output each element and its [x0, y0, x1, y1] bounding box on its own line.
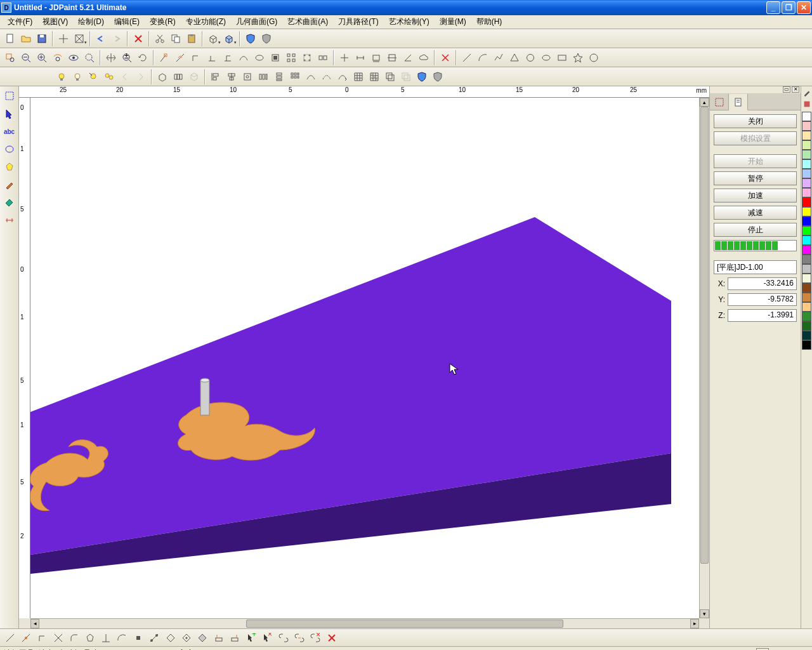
- eye-icon[interactable]: [66, 50, 81, 65]
- delete-red-icon[interactable]: [324, 630, 339, 646]
- color-swatch-13[interactable]: [802, 235, 811, 245]
- select-arrow-icon[interactable]: [1, 105, 18, 122]
- dim-align-icon[interactable]: [384, 50, 400, 65]
- panel-close-button[interactable]: ✕: [792, 86, 799, 93]
- snap-corner-icon[interactable]: [188, 50, 204, 65]
- menu-toolpath[interactable]: 刀具路径(T): [333, 15, 383, 29]
- zoom-realtime-icon[interactable]: [82, 50, 97, 65]
- panel-float-button[interactable]: ▭: [783, 86, 790, 93]
- poly-icon[interactable]: [82, 630, 98, 646]
- shield-blue-icon[interactable]: [243, 31, 258, 46]
- pan-icon[interactable]: [103, 50, 119, 65]
- zoom-dynamic-icon[interactable]: ±: [119, 50, 134, 65]
- grid-diag-icon[interactable]: [367, 69, 382, 84]
- cross-icon[interactable]: [337, 50, 352, 65]
- status-u-button[interactable]: U: [756, 648, 769, 651]
- snap-perp-icon[interactable]: [204, 50, 219, 65]
- view-wireframe-icon[interactable]: [171, 69, 186, 84]
- diamond-1-icon[interactable]: [163, 630, 178, 646]
- link-1-icon[interactable]: [276, 630, 291, 646]
- layers-icon[interactable]: [383, 69, 398, 84]
- snap-grid-icon[interactable]: [284, 50, 299, 65]
- sim-settings-button[interactable]: 模拟设置: [714, 131, 797, 145]
- nav-left-icon[interactable]: [117, 69, 133, 84]
- menu-art-surface[interactable]: 艺术曲面(A): [282, 15, 333, 29]
- select-rect-icon[interactable]: [1, 88, 18, 104]
- color-swatch-20[interactable]: [802, 302, 811, 312]
- shield2-blue-icon[interactable]: [414, 69, 429, 84]
- delete-icon[interactable]: [131, 31, 146, 46]
- menu-help[interactable]: 帮助(H): [471, 15, 508, 29]
- polygon-tool-icon[interactable]: [1, 159, 18, 175]
- menu-edit[interactable]: 编辑(E): [109, 15, 145, 29]
- snap-insert-icon[interactable]: [315, 50, 331, 65]
- perp-icon[interactable]: [98, 630, 114, 646]
- edit-line-icon[interactable]: [3, 630, 18, 646]
- color-swatch-8[interactable]: [802, 188, 811, 197]
- save-icon[interactable]: [34, 31, 49, 46]
- sel-del-icon[interactable]: ×: [259, 630, 275, 646]
- color-swatch-17[interactable]: [802, 274, 811, 283]
- distribute-v-icon[interactable]: [272, 69, 287, 84]
- bulb-off-icon[interactable]: [70, 69, 85, 84]
- canvas-viewport[interactable]: [30, 98, 699, 618]
- color-swatch-4[interactable]: [802, 150, 811, 159]
- align-left-icon[interactable]: [208, 69, 223, 84]
- color-swatch-0[interactable]: [802, 112, 811, 121]
- dim-h-icon[interactable]: [353, 50, 368, 65]
- snap-2-icon[interactable]: [147, 630, 162, 646]
- menu-art-draw[interactable]: 艺术绘制(Y): [384, 15, 435, 29]
- nav-right-icon[interactable]: [133, 69, 148, 84]
- color-swatch-2[interactable]: [802, 131, 811, 140]
- fillet-icon[interactable]: [67, 630, 82, 646]
- diamond-2-icon[interactable]: [179, 630, 194, 646]
- bulb-multi-icon[interactable]: [102, 69, 117, 84]
- color-swatch-5[interactable]: [802, 159, 811, 169]
- measure-tool-icon[interactable]: [1, 212, 18, 229]
- view-shade-icon[interactable]: [187, 69, 202, 84]
- sim-stop-button[interactable]: 停止: [714, 223, 797, 237]
- maximize-button[interactable]: ❐: [782, 1, 796, 14]
- color-swatch-11[interactable]: [802, 216, 811, 226]
- menu-geom[interactable]: 几何曲面(G): [231, 15, 282, 29]
- new-icon[interactable]: [3, 31, 18, 46]
- star-icon[interactable]: [570, 50, 586, 65]
- color-swatch-22[interactable]: [802, 321, 811, 331]
- bounds-icon[interactable]: ▾: [72, 31, 87, 46]
- zoom-selected-icon[interactable]: [50, 50, 65, 65]
- menu-pro[interactable]: 专业功能(Z): [181, 15, 231, 29]
- circle-icon[interactable]: [523, 50, 538, 65]
- grid-icon[interactable]: [351, 69, 366, 84]
- pen-tool-icon[interactable]: [1, 176, 18, 193]
- sim-pause-button[interactable]: 暂停: [714, 171, 797, 185]
- origin-icon[interactable]: [56, 31, 71, 46]
- distribute-h-icon[interactable]: [256, 69, 271, 84]
- rect-icon[interactable]: [554, 50, 570, 65]
- extrude-1-icon[interactable]: [211, 630, 226, 646]
- sim-start-button[interactable]: 开始: [714, 154, 797, 168]
- copy-icon[interactable]: [168, 31, 183, 46]
- color-swatch-12[interactable]: [802, 226, 811, 235]
- dim-box-icon[interactable]: [369, 50, 384, 65]
- undo-icon[interactable]: [93, 31, 108, 46]
- color-swatch-14[interactable]: [802, 245, 811, 255]
- angle-icon[interactable]: [400, 50, 416, 65]
- color-swatch-24[interactable]: [802, 340, 811, 350]
- align-square-icon[interactable]: [240, 69, 255, 84]
- clear-icon[interactable]: [438, 50, 453, 65]
- paste-icon[interactable]: [184, 31, 199, 46]
- shape-tool-icon[interactable]: [1, 141, 18, 157]
- sim-speedup-button[interactable]: 加速: [714, 189, 797, 202]
- open-icon[interactable]: [18, 31, 34, 46]
- snap-node-icon[interactable]: [299, 50, 315, 65]
- color-swatch-6[interactable]: [802, 169, 811, 178]
- menu-draw[interactable]: 绘制(D): [73, 15, 109, 29]
- snap-mid-icon[interactable]: [173, 50, 188, 65]
- array-grid-icon[interactable]: [287, 69, 303, 84]
- bulb-sel-icon[interactable]: [86, 69, 101, 84]
- extrude-2-icon[interactable]: [227, 630, 242, 646]
- palette-tool-1[interactable]: [802, 88, 812, 98]
- layers2-icon[interactable]: [398, 69, 414, 84]
- view-iso-icon[interactable]: [155, 69, 170, 84]
- color-swatch-1[interactable]: [802, 121, 811, 131]
